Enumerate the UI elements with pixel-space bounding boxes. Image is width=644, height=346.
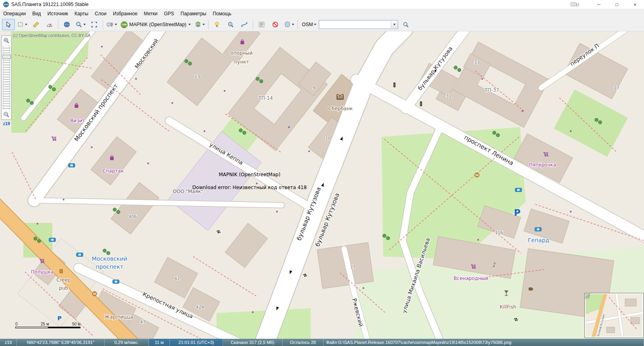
poi-label: Creep <box>56 277 70 283</box>
status-elevation: 11 м <box>149 339 170 346</box>
housenumber: 33 <box>474 60 479 65</box>
search-input[interactable] <box>319 21 391 28</box>
search-provider-label: OSM <box>302 22 313 27</box>
map-canvas[interactable]: ♪ <box>0 31 644 339</box>
status-file-path: Файл G:\SAS.Planet.Release.160707\cache\… <box>324 339 644 346</box>
status-resolution: 0,29 м/пикс. <box>105 339 149 346</box>
housenumber: 42 <box>174 276 180 281</box>
housenumber: 42А <box>196 305 204 309</box>
poi-label: Всенародный <box>454 276 488 281</box>
menu-view[interactable]: Вид <box>29 10 44 18</box>
zoom-out-button[interactable] <box>2 111 10 119</box>
globe-button[interactable] <box>60 19 73 30</box>
map-source-dropdown[interactable]: OSM MAPNIK (OpenStreetMap) <box>119 19 193 30</box>
tile-error-line2: Download error: Неизвестный код ответа 4… <box>192 185 307 190</box>
chevron-down-icon <box>202 24 205 25</box>
status-zoom: z19 <box>0 339 17 346</box>
search-dropdown-button[interactable] <box>391 21 398 28</box>
search-map-icon <box>227 21 234 28</box>
keyboard-indicator-icon <box>570 2 579 7</box>
selection-icon <box>17 21 24 28</box>
menu-settings[interactable]: Параметры <box>178 10 210 18</box>
housenumber: 13 <box>194 74 200 79</box>
menu-operations[interactable]: Операции <box>0 10 29 18</box>
toolbar-separator <box>208 20 208 29</box>
layers-button[interactable] <box>193 19 206 30</box>
chevron-down-icon <box>314 24 316 25</box>
close-button[interactable]: × <box>626 0 644 9</box>
search-combobox <box>319 20 398 29</box>
maximize-button[interactable]: □ <box>608 0 626 9</box>
app-logo-icon <box>3 2 9 7</box>
menu-placemarks[interactable]: Метки <box>140 10 161 18</box>
ruler-icon <box>33 21 39 28</box>
menu-favorites[interactable]: Избранное <box>109 10 140 18</box>
status-remaining: Осталось 28 <box>283 339 324 346</box>
poi-label: Пятёрочка <box>529 162 556 168</box>
map-view[interactable]: ♪ <box>0 31 644 339</box>
zoom-in-button[interactable] <box>2 37 10 45</box>
zoom-panel: z19 <box>1 35 12 126</box>
housenumber: 17 <box>350 264 355 269</box>
globe-icon <box>64 21 70 28</box>
menu-source[interactable]: Источник <box>44 10 71 18</box>
map-copyright: (c) OpenStreetMap contributors, CC-BY-SA <box>13 33 90 38</box>
minimap-content: бульвар Кутузова <box>586 294 642 337</box>
minimap-canvas: бульвар Кутузова <box>586 294 642 337</box>
route-button[interactable] <box>238 19 251 30</box>
search-go-button[interactable] <box>399 19 412 30</box>
chevron-down-icon <box>292 24 294 25</box>
menu-maps[interactable]: Карты <box>71 10 91 18</box>
status-coordinates: N60°42'23,7986" E28°45'06,3191" <box>17 339 105 346</box>
zoom-slider[interactable] <box>3 46 10 109</box>
poi-label: Сбербанк <box>328 106 353 111</box>
poi-label: проспект <box>96 264 124 270</box>
toolbar-separator <box>103 20 103 29</box>
menu-layers[interactable]: Слои <box>91 10 109 18</box>
search-provider-dropdown[interactable]: OSM <box>300 22 318 27</box>
osm-logo-icon: OSM <box>121 21 128 28</box>
download-manager-button[interactable] <box>255 19 268 30</box>
housenumber: 40Б <box>129 214 137 219</box>
lamp-icon <box>214 21 220 28</box>
bank-icon <box>336 94 344 100</box>
download-list-icon <box>258 21 265 28</box>
fullscreen-button[interactable] <box>88 19 101 30</box>
cache-button[interactable] <box>283 19 295 30</box>
poi-label: ТП-14 <box>258 95 273 101</box>
minimap-resize-grip[interactable] <box>585 293 590 299</box>
menu-bar: Операции Вид Источник Карты Слои Избранн… <box>0 9 644 18</box>
projector-button[interactable] <box>105 19 118 30</box>
menu-help[interactable]: Помощь <box>209 10 234 18</box>
lamp-button[interactable] <box>211 19 223 30</box>
toolbar-separator <box>58 20 58 29</box>
title-bar: SAS.Планета 191221.10095 Stable ─ □ × <box>0 0 644 9</box>
menu-gps[interactable]: GPS <box>161 10 177 18</box>
cursor-tool-button[interactable] <box>2 19 15 30</box>
main-toolbar: OSM MAPNIK (OpenStreetMap) <box>0 18 644 31</box>
minimap[interactable]: бульвар Кутузова <box>584 293 644 338</box>
housenumber: 9 <box>313 85 316 90</box>
housenumber: 47 <box>140 319 145 324</box>
ruler-tool-button[interactable] <box>29 19 42 30</box>
layers-icon <box>195 21 201 28</box>
zoom-out-icon <box>3 111 10 118</box>
poi-label: Московский <box>92 255 127 262</box>
toolbar-separator <box>297 20 298 29</box>
housenumber: 10 <box>325 136 330 141</box>
stop-download-button[interactable] <box>269 19 282 30</box>
zoom-tool-button[interactable] <box>74 19 87 30</box>
scale-mid: 25 м <box>41 322 49 326</box>
selection-tool-button[interactable] <box>16 19 29 30</box>
route-icon <box>241 21 248 28</box>
minimize-button[interactable]: ─ <box>590 0 608 9</box>
poi-label: Гепард <box>528 237 549 243</box>
find-on-map-button[interactable] <box>224 19 237 30</box>
zoom-slider-thumb[interactable] <box>2 55 11 59</box>
beer-icon <box>60 270 63 273</box>
app-window: SAS.Планета 191221.10095 Stable ─ □ × Оп… <box>0 0 644 346</box>
poi-label: пункт <box>234 59 249 65</box>
tile-error-line1: MAPNIK (OpenStreetMap) <box>219 172 280 177</box>
zoom-in-icon <box>3 37 10 44</box>
measure-tool-button[interactable] <box>43 19 56 30</box>
